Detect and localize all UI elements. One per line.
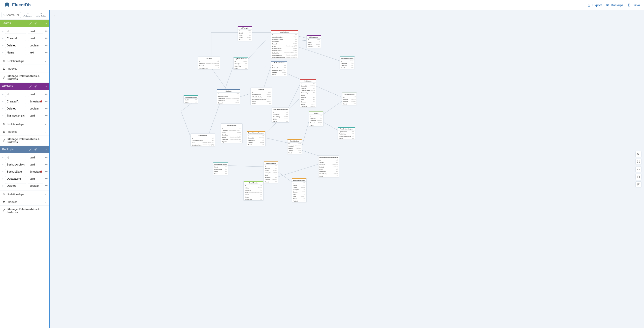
drag-handle-icon[interactable]: ≡ [2, 100, 4, 103]
code-button[interactable] [635, 166, 641, 172]
entity-card[interactable]: SettingsIdbigintAutoSaveSettingbooleanDe… [250, 88, 272, 105]
edit-icon[interactable] [29, 22, 32, 25]
drag-handle-icon[interactable]: ≡ [2, 163, 4, 166]
manage-row[interactable]: Manage Relationships & Indexes [0, 72, 49, 83]
column-more-icon[interactable]: ••• [45, 170, 47, 173]
entity-card[interactable]: AspNetUserTokensUserIdtextLoginProvidert… [213, 162, 228, 175]
entity-card[interactable]: AspNetUsersIdtextAccessFailedCountintege… [271, 30, 298, 59]
column-type-input[interactable] [28, 183, 43, 188]
collapse-icon[interactable]: ▲ [45, 85, 47, 88]
more-icon[interactable]: ⋮ [39, 21, 43, 25]
column-more-icon[interactable]: ••• [45, 37, 47, 40]
column-name-input[interactable] [5, 162, 26, 167]
sort-button[interactable] [635, 181, 641, 187]
column-more-icon[interactable]: ••• [45, 93, 47, 96]
column-name-input[interactable] [5, 29, 26, 34]
entity-card[interactable]: AspNetRolesIdtextConcurrencyStamptextNam… [190, 133, 215, 146]
relationships-row[interactable]: Relationships⌄ [0, 120, 49, 128]
entity-card[interactable]: DatabasesIduuidCreatedAttimestampCreator… [300, 79, 316, 108]
entity-card[interactable]: PaymentEventIduuidCreatedAttimestamp wit… [221, 123, 243, 143]
export-button[interactable]: Export [587, 3, 602, 7]
diagram-canvas[interactable]: ← AIPromptsIdbigintChatIduuidContenttext… [50, 10, 644, 328]
entity-card[interactable]: TeamInvitationsIduuidSenderIdtextDeleted… [264, 161, 278, 183]
save-button[interactable]: Save [627, 3, 640, 7]
column-name-input[interactable] [5, 92, 26, 97]
column-name-input[interactable] [5, 169, 26, 174]
indexes-row[interactable]: Indexes⌄ [0, 198, 49, 205]
column-type-input[interactable] [28, 113, 43, 118]
column-name-input[interactable] [5, 99, 26, 104]
terminal-button[interactable] [635, 174, 641, 180]
column-more-icon[interactable]: ••• [45, 107, 47, 110]
entity-card[interactable]: AITransactionsIduuidBalancenumericDelete… [342, 92, 357, 105]
drag-handle-icon[interactable]: ≡ [2, 177, 4, 180]
table-header[interactable]: AIChats⋮▲ [0, 83, 49, 90]
relationships-row[interactable]: Relationships⌄ [0, 57, 49, 65]
gear-icon[interactable] [34, 85, 37, 88]
column-name-input[interactable] [5, 155, 26, 160]
column-name-input[interactable] [5, 43, 26, 48]
manage-row[interactable]: Manage Relationships & Indexes [0, 205, 49, 216]
column-name-input[interactable] [5, 113, 26, 118]
drag-handle-icon[interactable]: ≡ [2, 114, 4, 117]
column-name-input[interactable] [5, 36, 26, 41]
add-table-button[interactable]: Add Table [35, 12, 48, 18]
table-header[interactable]: Backups⋮▲ [0, 146, 49, 153]
entity-card[interactable]: EmailEventsIduuidDeletedbooleanReceiverI… [243, 181, 264, 201]
table-header[interactable]: Teams⋮▲ [0, 20, 49, 27]
zoom-button[interactable] [635, 151, 641, 157]
column-more-icon[interactable]: ••• [45, 177, 47, 180]
indexes-row[interactable]: Indexes⌄ [0, 65, 49, 72]
column-name-input[interactable] [5, 183, 26, 188]
drag-handle-icon[interactable]: ≡ [2, 156, 4, 159]
column-more-icon[interactable]: ••• [45, 156, 47, 159]
more-icon[interactable]: ⋮ [39, 84, 43, 88]
entity-card[interactable]: AIPromptsIdbigintChatIduuidContenttextDe… [238, 26, 252, 41]
drag-handle-icon[interactable]: ≡ [2, 30, 4, 33]
entity-card[interactable]: SubscriptionTypesIduuidAILimitintegerDel… [292, 178, 307, 202]
entity-card[interactable]: TeamDatabaseAccessesIduuidCreatedAttimes… [247, 131, 266, 146]
gear-icon[interactable] [34, 22, 37, 25]
collapse-icon[interactable]: ▲ [45, 22, 47, 25]
column-type-input[interactable] [28, 36, 43, 41]
entity-card[interactable]: UserDatabaseSharingsIduuidDatabaseIduuid… [272, 107, 289, 123]
entity-card[interactable]: AIResponsesIdbigintChatIduuidDeletedbool… [306, 35, 321, 48]
column-type-input[interactable] [28, 162, 43, 167]
drag-handle-icon[interactable]: ≡ [2, 170, 4, 173]
column-name-input[interactable] [5, 50, 26, 55]
column-more-icon[interactable]: ••• [45, 114, 47, 117]
column-type-input[interactable] [28, 50, 43, 55]
entity-card[interactable]: AspNetUserClaimsIdintegerClaimTypetextCl… [340, 56, 355, 69]
entity-card[interactable]: AspNetUserRolesUserIdtextRoleIdtext [183, 95, 198, 103]
column-type-input[interactable] [28, 92, 43, 97]
search-input-wrapper[interactable] [2, 12, 21, 18]
relationships-row[interactable]: Relationships⌄ [0, 190, 49, 198]
gear-icon[interactable] [34, 148, 37, 151]
fullscreen-button[interactable] [635, 159, 641, 165]
column-more-icon[interactable]: ••• [45, 100, 47, 103]
entity-card[interactable]: AspNetRoleClaimsIdintegerClaimTypetextCl… [233, 57, 248, 70]
drag-handle-icon[interactable]: ≡ [2, 107, 4, 110]
entity-card[interactable]: TeamWorkersIduuidCreatedAttimestampDelet… [287, 139, 302, 154]
collapse-icon[interactable]: ▲ [45, 148, 47, 151]
column-type-input[interactable] [28, 29, 43, 34]
collapse-button[interactable]: Collapse [22, 12, 34, 18]
column-more-icon[interactable]: ••• [45, 163, 47, 166]
column-type-input[interactable] [28, 106, 43, 111]
search-input[interactable] [6, 13, 19, 16]
more-icon[interactable]: ⋮ [39, 147, 43, 151]
drag-handle-icon[interactable]: ≡ [2, 184, 4, 187]
drag-handle-icon[interactable]: ≡ [2, 37, 4, 40]
backups-button[interactable]: Backups [606, 3, 623, 7]
column-type-input[interactable] [28, 155, 43, 160]
column-more-icon[interactable]: ••• [45, 51, 47, 54]
column-name-input[interactable] [5, 176, 26, 181]
drag-handle-icon[interactable]: ≡ [2, 93, 4, 96]
drag-handle-icon[interactable]: ≡ [2, 44, 4, 47]
manage-row[interactable]: Manage Relationships & Indexes [0, 135, 49, 146]
entity-card[interactable]: AspNetUserLoginsLoginProvidertextProvide… [338, 127, 355, 140]
column-more-icon[interactable]: ••• [45, 184, 47, 187]
edit-icon[interactable] [29, 148, 32, 151]
edit-icon[interactable] [29, 85, 32, 88]
column-more-icon[interactable]: ••• [45, 44, 47, 47]
